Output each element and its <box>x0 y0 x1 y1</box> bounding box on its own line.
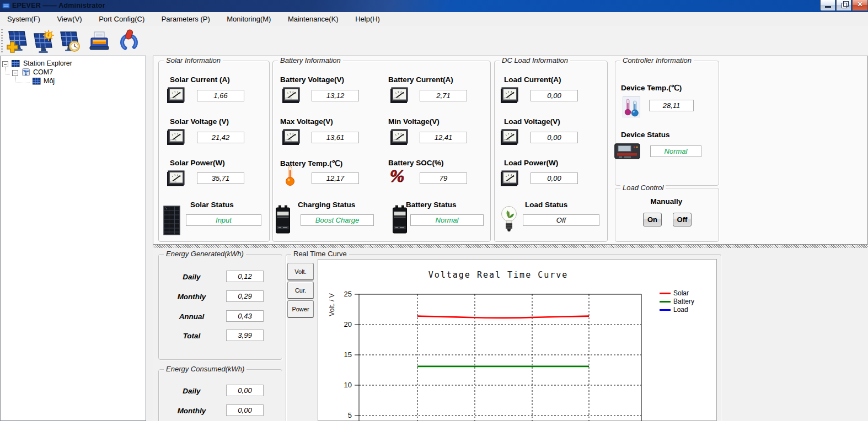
menu-parameters[interactable]: Parameters (P) <box>154 12 217 26</box>
load-voltage-field[interactable]: 0,00 <box>531 132 578 143</box>
load-voltage-label: Load Voltage(V) <box>504 117 560 126</box>
load-off-button[interactable]: Off <box>673 213 692 226</box>
meter-icon <box>390 129 408 145</box>
tab-voltage[interactable]: Volt. <box>287 263 314 280</box>
add-station-button[interactable] <box>4 29 28 52</box>
realtime-monitor-button[interactable] <box>31 29 55 52</box>
group-title: Real Time Curve <box>291 250 349 258</box>
tree-connector <box>5 66 10 74</box>
maximize-button[interactable] <box>836 0 851 11</box>
tab-power[interactable]: Power <box>287 300 314 318</box>
tree-label-com7: COM7 <box>33 68 53 77</box>
annual-generated-field[interactable]: 0,43 <box>226 310 264 322</box>
menu-port-config[interactable]: Port Config(C) <box>92 12 152 26</box>
battery-status-label: Battery Status <box>406 201 457 209</box>
history-icon <box>57 29 81 53</box>
solar-series-swatch <box>660 293 671 294</box>
battery-series-swatch <box>660 301 671 303</box>
print-button[interactable] <box>87 29 111 52</box>
load-power-label: Load Power(W) <box>504 159 558 167</box>
load-series-swatch <box>660 309 671 311</box>
toolbar <box>0 26 868 56</box>
collapse-icon[interactable] <box>12 70 18 76</box>
solar-status-field[interactable]: Input <box>186 214 261 226</box>
legend-label: Battery <box>673 298 694 305</box>
realtime-monitor-icon <box>31 29 55 53</box>
solar-panel-image <box>162 205 182 237</box>
station-explorer-tree: Station Explorer COM7 Môj <box>0 56 146 421</box>
solar-voltage-field[interactable]: 21,42 <box>197 132 244 143</box>
load-power-field[interactable]: 0,00 <box>531 172 578 184</box>
charging-status-field[interactable]: Boost Charge <box>301 214 374 226</box>
exit-button[interactable] <box>117 29 141 52</box>
minimize-icon <box>825 6 831 8</box>
title-bar: EPEVER —— Administrator ✕ <box>0 0 868 12</box>
menu-view[interactable]: View(V) <box>50 12 89 26</box>
meter-icon <box>501 87 518 104</box>
history-button[interactable] <box>57 29 81 52</box>
meter-icon <box>501 129 518 145</box>
menu-help[interactable]: Help(H) <box>348 12 387 26</box>
solar-current-field[interactable]: 1,66 <box>197 90 244 101</box>
tree-connector <box>15 75 30 83</box>
group-title: DC Load Information <box>500 56 570 64</box>
load-status-label: Load Status <box>525 201 567 209</box>
group-title: Load Control <box>620 183 666 192</box>
load-current-label: Load Current(A) <box>504 75 561 84</box>
max-voltage-field[interactable]: 13,61 <box>312 132 359 143</box>
chart-title: Voltage Real Time Curve <box>355 270 642 280</box>
total-label: Total <box>163 332 221 340</box>
max-voltage-label: Max Voltage(V) <box>280 117 333 126</box>
monthly-generated-field[interactable]: 0,29 <box>226 290 264 302</box>
battery-soc-field[interactable]: 79 <box>420 172 467 184</box>
plot-area <box>355 294 642 421</box>
total-generated-field[interactable]: 3,99 <box>226 330 264 341</box>
load-current-field[interactable]: 0,00 <box>531 90 578 101</box>
battery-current-field[interactable]: 2,71 <box>420 90 467 101</box>
y-tick-10: 10 <box>330 381 352 389</box>
tree-label-device: Môj <box>44 77 55 85</box>
menu-monitoring[interactable]: Monitoring(M) <box>219 12 278 26</box>
battery-image <box>275 205 291 235</box>
controller-device-image <box>614 143 640 159</box>
add-station-icon <box>5 29 29 53</box>
device-status-field[interactable]: Normal <box>650 145 701 157</box>
daily-generated-field[interactable]: 0,12 <box>226 271 264 282</box>
solar-power-field[interactable]: 35,71 <box>197 172 244 184</box>
thermometer-icon <box>283 165 298 186</box>
menu-system[interactable]: System(F) <box>0 12 47 26</box>
minimize-button[interactable] <box>820 0 835 11</box>
battery-temp-field[interactable]: 12,17 <box>312 172 359 184</box>
toolbar-grip[interactable] <box>1 29 3 52</box>
y-tick-20: 20 <box>330 320 352 328</box>
dual-thermometer-icon <box>623 96 640 117</box>
charging-status-label: Charging Status <box>298 201 355 209</box>
collapse-icon[interactable] <box>2 61 8 67</box>
load-on-button[interactable]: On <box>643 213 662 226</box>
monthly-label: Monthly <box>163 407 221 415</box>
menu-maintenance[interactable]: Maintenance(K) <box>281 12 346 26</box>
close-button[interactable]: ✕ <box>852 0 868 11</box>
group-title: Controller Information <box>620 56 694 64</box>
app-window: EPEVER —— Administrator ✕ System(F) View… <box>0 0 868 421</box>
solar-current-label: Solar Current (A) <box>170 75 230 84</box>
battery-voltage-label: Battery Voltage(V) <box>280 75 344 84</box>
com-port-icon <box>22 68 30 76</box>
maximize-icon <box>842 3 847 8</box>
annual-label: Annual <box>163 312 221 321</box>
min-voltage-field[interactable]: 12,41 <box>420 132 467 143</box>
device-temp-field[interactable]: 28,11 <box>649 100 694 111</box>
battery-current-label: Battery Current(A) <box>388 75 453 84</box>
load-status-field[interactable]: Off <box>523 214 599 226</box>
battery-status-field[interactable]: Normal <box>410 214 484 226</box>
energy-generated-group: Energy Generated(kWh) <box>158 254 282 360</box>
monthly-consumed-field[interactable]: 0,00 <box>226 404 264 416</box>
device-temp-label: Device Temp.(℃) <box>621 83 682 92</box>
controller-information-group: Controller Information <box>615 61 719 186</box>
monthly-label: Monthly <box>163 293 221 301</box>
battery-voltage-field[interactable]: 13,12 <box>312 90 359 101</box>
group-title: Solar Information <box>164 56 223 64</box>
percent-icon <box>389 167 408 186</box>
tab-current[interactable]: Cur. <box>287 282 314 299</box>
daily-consumed-field[interactable]: 0,00 <box>226 385 264 396</box>
